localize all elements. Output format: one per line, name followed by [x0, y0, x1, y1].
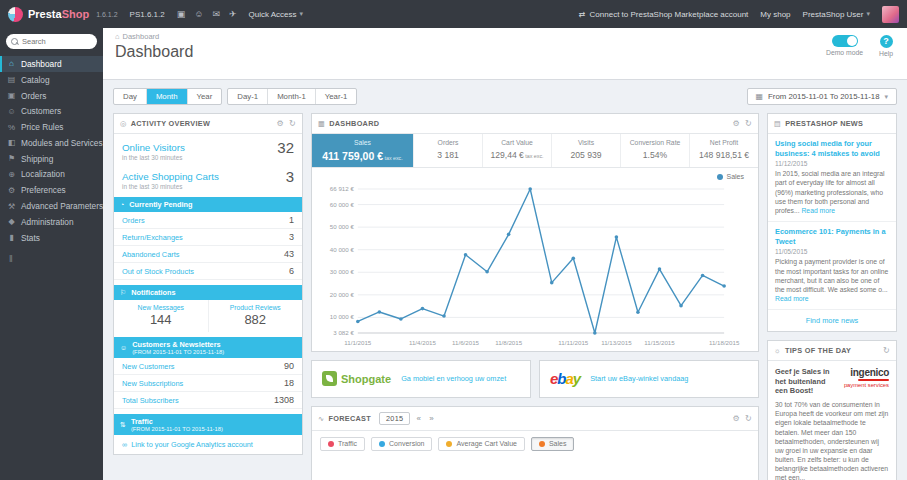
envelope-icon[interactable]: ✉ — [212, 9, 220, 19]
marketplace-link[interactable]: ⇄ Connect to PrestaShop Marketplace acco… — [579, 10, 748, 19]
sidebar-item-customers[interactable]: ☺Customers — [0, 103, 103, 119]
google-analytics-link[interactable]: ∞Link to your Google Analytics account — [114, 435, 302, 454]
sidebar-item-dashboard[interactable]: ⌂Dashboard — [0, 56, 103, 72]
sidebar-item-advanced-parameters[interactable]: ⚒Advanced Parameters — [0, 198, 103, 214]
metric-tab-sales[interactable]: Sales411 759,00 € tax exc. — [312, 134, 414, 167]
activity-stat-subtitle: in the last 30 minutes — [122, 183, 294, 190]
avatar[interactable] — [882, 6, 899, 23]
refresh-icon[interactable]: ↻ — [289, 119, 296, 128]
forecast-legend: TrafficConversionAverage Cart ValueSales — [312, 431, 758, 461]
svg-text:11/13/2015: 11/13/2015 — [601, 338, 632, 345]
find-more-news-link[interactable]: Find more news — [768, 310, 896, 331]
activity-stat-link[interactable]: Active Shopping Carts — [122, 171, 219, 182]
refresh-icon[interactable]: ↻ — [745, 119, 752, 128]
activity-row-link[interactable]: Total Subscribers — [122, 396, 179, 405]
sidebar-item-catalog[interactable]: ▤Catalog — [0, 72, 103, 88]
activity-overview-panel: ◎ ACTIVITY OVERVIEW ⚙ ↻ Online Visitors3… — [113, 113, 303, 455]
sidebar-collapse-button[interactable]: ‖ — [9, 254, 94, 264]
activity-row-value: 3 — [289, 232, 294, 242]
sidebar-item-preferences[interactable]: ⚙Preferences — [0, 182, 103, 198]
forecast-legend-conversion[interactable]: Conversion — [371, 437, 432, 451]
forecast-prev-button[interactable]: « — [414, 414, 423, 423]
gear-icon[interactable]: ⚙ — [277, 119, 284, 128]
filter-year-1-button[interactable]: Year-1 — [316, 89, 357, 104]
sidebar-item-localization[interactable]: ⊕Localization — [0, 167, 103, 183]
forecast-legend-sales[interactable]: Sales — [531, 437, 575, 451]
sidebar-item-administration[interactable]: ◆Administration — [0, 214, 103, 230]
activity-row-link[interactable]: Out of Stock Products — [122, 267, 194, 276]
activity-row-link[interactable]: Orders — [122, 216, 145, 225]
filter-day-1-button[interactable]: Day-1 — [228, 89, 268, 104]
metric-tab-cart-value[interactable]: Cart Value129,44 € tax exc. — [483, 134, 552, 167]
read-more-link[interactable]: Read more — [775, 295, 809, 302]
activity-row-link[interactable]: Return/Exchanges — [122, 233, 183, 242]
activity-panel-title: ACTIVITY OVERVIEW — [131, 119, 210, 128]
metric-label: Net Profit — [694, 139, 754, 146]
activity-section-header-currently-pending: ◔Currently Pending — [114, 197, 302, 212]
activity-stat-value: 3 — [286, 168, 294, 185]
svg-text:11/6/2015: 11/6/2015 — [452, 338, 480, 345]
news-article-title[interactable]: Ecommerce 101: Payments in a Tweet — [775, 227, 889, 246]
gear-icon[interactable]: ⚙ — [733, 119, 740, 128]
sidebar-item-price-rules[interactable]: %Price Rules — [0, 119, 103, 135]
filter-day-button[interactable]: Day — [114, 89, 147, 104]
activity-row-link[interactable]: Abandoned Carts — [122, 250, 180, 259]
activity-row-link[interactable]: New Subscriptions — [122, 379, 183, 388]
customers-icon: ☺ — [7, 107, 16, 116]
section-title: Traffic — [131, 417, 223, 426]
forecast-legend-average-cart-value[interactable]: Average Cart Value — [438, 437, 524, 451]
help-button[interactable]: ? Help — [879, 35, 893, 57]
activity-cells: New Messages144Product Reviews882 — [114, 300, 302, 332]
gear-icon[interactable]: ⚙ — [733, 414, 740, 423]
toggle-switch[interactable] — [832, 35, 858, 47]
read-more-link[interactable]: Read more — [801, 207, 835, 214]
forecast-panel: ∿ FORECAST 2015 « » ⚙ ↻ TrafficConversio… — [311, 406, 759, 480]
activity-cell-product-reviews[interactable]: Product Reviews882 — [208, 300, 303, 332]
activity-row-link[interactable]: New Customers — [122, 362, 175, 371]
demo-mode-toggle[interactable]: Demo mode — [826, 35, 863, 57]
sidebar-item-label: Stats — [21, 233, 40, 243]
refresh-icon[interactable]: ↻ — [883, 346, 890, 355]
my-shop-link[interactable]: My shop — [760, 10, 790, 19]
filter-year-button[interactable]: Year — [188, 89, 222, 104]
activity-stat-link[interactable]: Online Visitors — [122, 142, 185, 153]
filter-month-button[interactable]: Month — [147, 89, 188, 104]
forecast-next-button[interactable]: » — [427, 414, 436, 423]
metric-value: 129,44 € tax exc. — [487, 150, 547, 160]
ebay-module-link[interactable]: Start uw eBay-winkel vandaag — [590, 374, 688, 383]
activity-cell-new-messages[interactable]: New Messages144 — [114, 300, 208, 332]
sidebar-item-stats[interactable]: ▮Stats — [0, 230, 103, 246]
news-article-body: Picking a payment provider is one of the… — [775, 257, 889, 303]
filter-month-1-button[interactable]: Month-1 — [268, 89, 316, 104]
rocket-icon[interactable]: ✈ — [229, 9, 237, 19]
date-range-picker[interactable]: ▦ From 2015-11-01 To 2015-11-18 ▾ — [747, 88, 897, 105]
legend-dot — [539, 441, 545, 447]
version-label: 1.6.1.2 — [96, 11, 117, 18]
forecast-chart-area — [312, 461, 758, 480]
news-article-title[interactable]: Using social media for your business: 4 … — [775, 139, 889, 158]
quick-access-menu[interactable]: Quick Access▾ — [249, 10, 304, 19]
metric-tab-orders[interactable]: Orders3 181 — [414, 134, 483, 167]
metric-tab-net-profit[interactable]: Net Profit148 918,51 € — [690, 134, 758, 167]
search-input[interactable] — [6, 34, 97, 49]
sidebar-item-modules-and-services[interactable]: ◧Modules and Services — [0, 135, 103, 151]
cart-icon[interactable]: ▣ — [177, 9, 186, 19]
ebay-module-banner: ebayStart uw eBay-winkel vandaag — [539, 360, 759, 398]
svg-text:40 000 €: 40 000 € — [330, 245, 355, 252]
svg-text:3 082 €: 3 082 € — [333, 328, 354, 335]
user-menu[interactable]: PrestaShop User▾ — [803, 10, 870, 19]
stats-icon: ▮ — [7, 233, 16, 242]
metric-tab-visits[interactable]: Visits205 939 — [552, 134, 621, 167]
metric-tab-conversion-rate[interactable]: Conversion Rate1.54% — [621, 134, 690, 167]
sidebar-item-label: Advanced Parameters — [21, 201, 103, 211]
forecast-year-select[interactable]: 2015 — [379, 412, 410, 425]
person-icon[interactable]: ☺ — [194, 9, 203, 19]
prestashop-logo[interactable]: PrestaShop 1.6.1.2 — [8, 7, 118, 22]
dashboard-panel-title: DASHBOARD — [329, 119, 379, 128]
prestashop-logo-icon — [8, 7, 23, 22]
shopgate-module-link[interactable]: Ga mobiel en verhoog uw omzet — [401, 374, 506, 383]
sidebar-item-orders[interactable]: ▣Orders — [0, 88, 103, 104]
refresh-icon[interactable]: ↻ — [745, 414, 752, 423]
sidebar-item-shipping[interactable]: ⚑Shipping — [0, 151, 103, 167]
forecast-legend-traffic[interactable]: Traffic — [320, 437, 365, 451]
